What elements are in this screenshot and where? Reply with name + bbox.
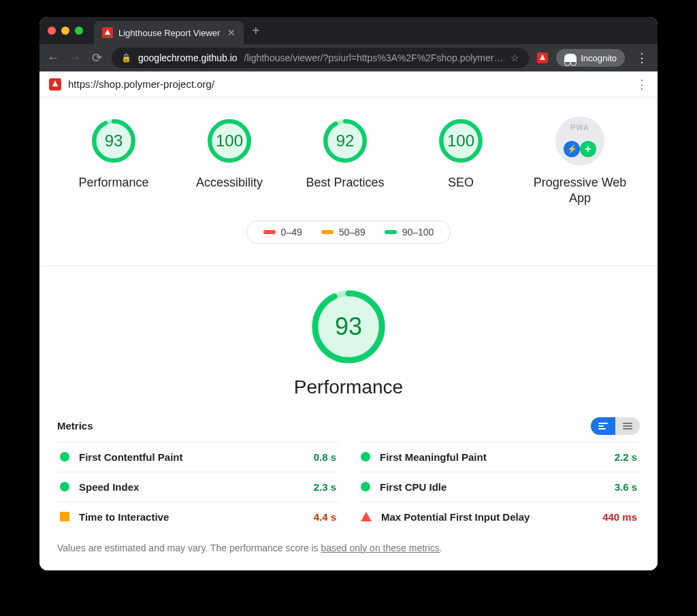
- pwa-installable-icon: +: [580, 141, 596, 157]
- forward-button[interactable]: →: [68, 51, 82, 65]
- metrics-view-toggle: [591, 417, 640, 435]
- bookmark-star-icon[interactable]: ☆: [510, 52, 519, 63]
- legend-pass: 90–100: [385, 227, 434, 238]
- lighthouse-favicon-icon: [102, 27, 113, 38]
- swatch-avg-icon: [321, 230, 334, 234]
- minimize-window-button[interactable]: [61, 27, 69, 35]
- incognito-icon: [564, 54, 577, 62]
- url-path: /lighthouse/viewer/?psiurl=https%3A%2F%2…: [244, 52, 504, 63]
- tested-url: https://shop.polymer-project.org/: [68, 78, 214, 90]
- back-button[interactable]: ←: [46, 51, 60, 65]
- metric-speed-index[interactable]: Speed Index 2.3 s: [57, 472, 339, 502]
- metric-first-contentful-paint[interactable]: First Contentful Paint 0.8 s: [57, 442, 339, 472]
- status-fail-icon: [361, 512, 372, 521]
- metric-first-meaningful-paint[interactable]: First Meaningful Paint 2.2 s: [358, 442, 640, 472]
- report-header: https://shop.polymer-project.org/ ⋮: [39, 71, 658, 97]
- gauge-label: SEO: [448, 175, 474, 191]
- gauge-score: 100: [205, 116, 254, 165]
- metric-first-cpu-idle[interactable]: First CPU Idle 3.6 s: [358, 472, 640, 502]
- toggle-concise-button[interactable]: [591, 417, 615, 435]
- gauge-best-practices[interactable]: 92 Best Practices: [301, 116, 389, 207]
- gauge-score: 93: [89, 116, 138, 165]
- tab-title: Lighthouse Report Viewer: [118, 28, 220, 38]
- status-pass-icon: [361, 482, 370, 491]
- gauge-label: Progressive Web App: [532, 175, 628, 207]
- metrics-disclaimer: Values are estimated and may vary. The p…: [57, 542, 640, 553]
- status-average-icon: [60, 512, 69, 521]
- gauge-label: Best Practices: [306, 175, 384, 191]
- section-title: Performance: [294, 376, 403, 398]
- pwa-fast-icon: ⚡: [564, 141, 580, 157]
- window-controls: [48, 27, 83, 35]
- performance-section: 93 Performance Metrics: [39, 266, 658, 567]
- report-menu-button[interactable]: ⋮: [636, 77, 648, 92]
- metric-max-fid[interactable]: Max Potential First Input Delay 440 ms: [358, 502, 640, 532]
- metric-time-to-interactive[interactable]: Time to Interactive 4.4 s: [57, 502, 339, 532]
- legend-fail: 0–49: [263, 227, 302, 238]
- disclaimer-link[interactable]: based only on these metrics: [321, 542, 440, 553]
- close-tab-button[interactable]: ✕: [227, 27, 236, 38]
- score-legend: 0–49 50–89 90–100: [39, 221, 658, 244]
- metrics-heading: Metrics: [57, 420, 93, 432]
- gauge-label: Accessibility: [196, 175, 263, 191]
- status-pass-icon: [361, 452, 370, 461]
- gauge-performance[interactable]: 93 Performance: [69, 116, 158, 207]
- new-tab-button[interactable]: +: [252, 23, 260, 39]
- gauge-score: 100: [436, 116, 485, 165]
- status-pass-icon: [60, 452, 69, 461]
- performance-big-gauge: 93: [308, 287, 389, 367]
- pwa-badge-icon: PWA ⚡ +: [555, 116, 604, 165]
- gauge-accessibility[interactable]: 100 Accessibility: [185, 116, 274, 207]
- swatch-pass-icon: [385, 230, 397, 234]
- close-window-button[interactable]: [48, 27, 56, 35]
- titlebar: Lighthouse Report Viewer ✕ +: [39, 17, 658, 44]
- maximize-window-button[interactable]: [75, 27, 83, 35]
- browser-window: Lighthouse Report Viewer ✕ + ← → ⟳ 🔒 goo…: [39, 17, 658, 570]
- incognito-badge[interactable]: Incognito: [556, 49, 625, 67]
- incognito-label: Incognito: [581, 53, 617, 63]
- lock-icon: 🔒: [121, 53, 131, 63]
- score-gauges: 93 Performance 100 Accessibility: [39, 97, 658, 221]
- url-host: googlechrome.github.io: [138, 52, 238, 63]
- reload-button[interactable]: ⟳: [90, 50, 103, 65]
- toggle-expanded-button[interactable]: [615, 417, 640, 435]
- browser-tab[interactable]: Lighthouse Report Viewer ✕: [94, 21, 244, 44]
- gauge-score: 92: [321, 116, 370, 165]
- gauge-label: Performance: [78, 175, 148, 191]
- status-pass-icon: [60, 482, 69, 491]
- address-bar[interactable]: 🔒 googlechrome.github.io/lighthouse/view…: [112, 48, 529, 68]
- toolbar: ← → ⟳ 🔒 googlechrome.github.io/lighthous…: [39, 44, 658, 71]
- big-gauge-score: 93: [308, 287, 389, 367]
- report-content[interactable]: 93 Performance 100 Accessibility: [39, 97, 658, 570]
- lighthouse-extension-icon[interactable]: [537, 52, 548, 63]
- lighthouse-icon: [49, 78, 61, 91]
- browser-menu-button[interactable]: ⋮: [633, 50, 651, 65]
- swatch-fail-icon: [263, 230, 276, 234]
- legend-average: 50–89: [321, 227, 366, 238]
- gauge-seo[interactable]: 100 SEO: [417, 116, 505, 207]
- metrics-grid: First Contentful Paint 0.8 s First Meani…: [57, 442, 640, 532]
- gauge-pwa[interactable]: PWA ⚡ + Progressive Web App: [532, 116, 628, 207]
